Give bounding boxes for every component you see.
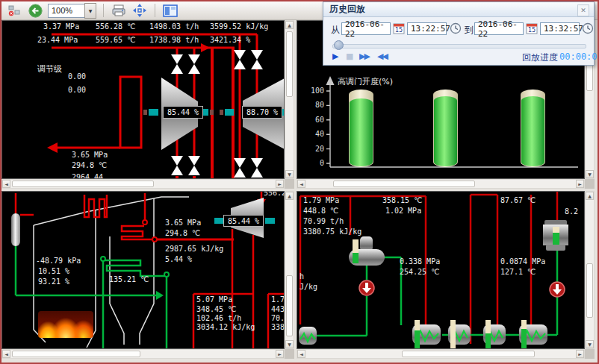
ip-valve-opening: 88.70 % — [242, 106, 282, 119]
feedwater-arrow — [156, 291, 164, 300]
from-date-field[interactable]: 2016-06-22 — [341, 22, 391, 35]
extraction1-temp: 348.45 ℃ — [196, 305, 236, 314]
scroll-left-icon[interactable]: ◄ — [297, 350, 305, 358]
stage-label: 调节级 — [37, 63, 62, 75]
back-icon[interactable] — [27, 3, 43, 18]
outlet-pressure: 3.65 MPa — [72, 151, 108, 160]
deaerator-tank — [349, 236, 385, 266]
fw-flow: 70.99 t/h — [303, 217, 344, 226]
playback-slider-handle[interactable] — [334, 40, 344, 50]
tr-hscrollbar[interactable]: ◄ ► — [297, 179, 585, 189]
ytick-40: 40 — [302, 130, 324, 138]
scroll-thumb[interactable] — [586, 263, 593, 318]
calendar-icon[interactable]: 15 — [526, 22, 538, 34]
extraction2-partial-4: 338 — [271, 323, 285, 332]
zoom-value[interactable]: 100% — [48, 4, 85, 18]
tl-hscrollbar[interactable]: ◄ ► — [1, 179, 285, 189]
calendar-icon[interactable]: 15 — [393, 22, 405, 34]
to-time-field[interactable]: 13:32:57 — [540, 22, 580, 35]
scroll-left-icon[interactable]: ◄ — [297, 180, 305, 188]
zoom-dropdown-arrow[interactable]: ▼ — [84, 3, 96, 19]
partial-enthalpy-unit: J/kg — [300, 283, 317, 292]
stage-value-2: 0.00 — [68, 86, 86, 95]
to-date-field[interactable]: 2016-06-22 — [474, 22, 524, 35]
toolbar-separator — [103, 4, 104, 17]
steam-temp: 294.8 ℃ — [165, 229, 200, 238]
extraction1-flow: 102.46 t/h — [196, 314, 241, 323]
scroll-right-icon[interactable]: ► — [276, 180, 284, 188]
tl-vscrollbar[interactable]: ▲ ▼ — [285, 20, 294, 179]
to-label: 到 — [465, 24, 474, 37]
network-disconnect-icon[interactable] — [6, 3, 22, 18]
furnace-value-2: 10.51 % — [38, 267, 69, 276]
extraction1-enthalpy: 3034.12 kJ/kg — [196, 323, 255, 332]
ytick-80: 80 — [302, 101, 324, 109]
flow-arrow-right — [201, 43, 210, 52]
scroll-right-icon[interactable]: ► — [276, 350, 284, 358]
fw-temp: 448.8 ℃ — [303, 207, 338, 216]
steam-percent: 5.44 % — [165, 255, 192, 264]
layout-panels-icon[interactable] — [162, 3, 179, 18]
br-vscrollbar[interactable]: ▲ ▼ — [585, 191, 595, 349]
furnace-flame — [38, 311, 93, 338]
svg-text:15: 15 — [395, 27, 403, 34]
main-steam-enthalpy: 3599.52 kJ/kg — [210, 22, 268, 31]
scroll-down-icon[interactable]: ▼ — [285, 340, 294, 348]
chart-bar-fill — [350, 98, 373, 166]
extraction2-partial-1: 1.7 — [271, 295, 285, 304]
extraction-pressure: 1.02 MPa — [385, 207, 421, 216]
scroll-right-icon[interactable]: ► — [576, 180, 584, 188]
feed-pressure: 23.44 MPa — [37, 36, 78, 45]
scroll-down-icon[interactable]: ▼ — [586, 170, 594, 178]
chart-title: 高调门开度(%) — [338, 76, 393, 87]
steam-pressure: 3.65 MPa — [165, 219, 201, 228]
bl-hscrollbar[interactable]: ◄ ► — [1, 349, 285, 359]
scroll-up-icon[interactable]: ▲ — [285, 192, 294, 200]
print-icon[interactable] — [111, 3, 127, 18]
playback-slider-track[interactable] — [332, 44, 586, 48]
close-icon[interactable]: ✕ — [577, 4, 589, 16]
fast-forward-button[interactable]: ▶▶ — [359, 51, 369, 61]
main-steam-flow: 1498.03 t/h — [149, 22, 199, 31]
lp2-temp: 127.1 ℃ — [500, 268, 536, 277]
scroll-down-icon[interactable]: ▼ — [285, 170, 294, 178]
from-label: 从 — [331, 24, 340, 37]
scroll-thumb[interactable] — [12, 181, 154, 187]
zoom-control[interactable]: 100% ▼ — [48, 3, 96, 19]
condensate-tank — [543, 220, 568, 251]
scroll-up-icon[interactable]: ▲ — [586, 192, 594, 200]
clock-icon[interactable] — [582, 22, 594, 34]
fw-pressure: 1.79 MPa — [303, 196, 339, 205]
rewind-button[interactable]: ◀◀ — [377, 51, 387, 61]
toolbar-separator — [155, 4, 155, 17]
steam-drum — [11, 213, 20, 246]
scroll-right-icon[interactable]: ► — [576, 350, 584, 358]
scroll-left-icon[interactable]: ◄ — [2, 350, 10, 358]
clock-icon[interactable] — [450, 22, 462, 34]
economizer-temp: 135.21 ℃ — [109, 275, 149, 284]
extraction-temp: 358.15 ℃ — [382, 196, 422, 205]
lp-pressure: 0.338 MPa — [400, 257, 440, 266]
scroll-left-icon[interactable]: ◄ — [2, 180, 10, 188]
scroll-thumb[interactable] — [286, 31, 293, 97]
from-time-field[interactable]: 13:22:57 — [407, 22, 447, 35]
feed-percent: 3421.34 % — [210, 36, 250, 45]
boiler-panel: -48.79 kPa 10.51 % 93.21 % 135.21 ℃ 3.65… — [1, 191, 294, 359]
bl-vscrollbar[interactable]: ▲ ▼ — [285, 191, 294, 349]
furnace-pressure: -48.79 kPa — [36, 257, 81, 266]
scroll-thumb[interactable] — [402, 351, 535, 357]
ytick-20: 20 — [302, 145, 324, 153]
ytick-60: 60 — [302, 116, 324, 124]
scroll-thumb[interactable] — [12, 351, 140, 357]
play-button[interactable]: ▶ — [332, 51, 337, 61]
chart-bar-fill — [521, 96, 544, 166]
turbine-diagram: 3.37 MPa 556.28 ℃ 1498.03 t/h 3599.52 kJ… — [1, 20, 285, 179]
fit-view-icon[interactable] — [131, 3, 148, 18]
heater-inlet-temp: 87.67 ℃ — [500, 196, 536, 205]
scroll-down-icon[interactable]: ▼ — [586, 340, 594, 348]
stop-button[interactable]: ■ — [346, 51, 353, 61]
scroll-thumb[interactable] — [286, 275, 293, 336]
br-hscrollbar[interactable]: ◄ ► — [297, 349, 585, 359]
scroll-up-icon[interactable]: ▲ — [285, 21, 294, 29]
scroll-thumb[interactable] — [333, 181, 475, 187]
